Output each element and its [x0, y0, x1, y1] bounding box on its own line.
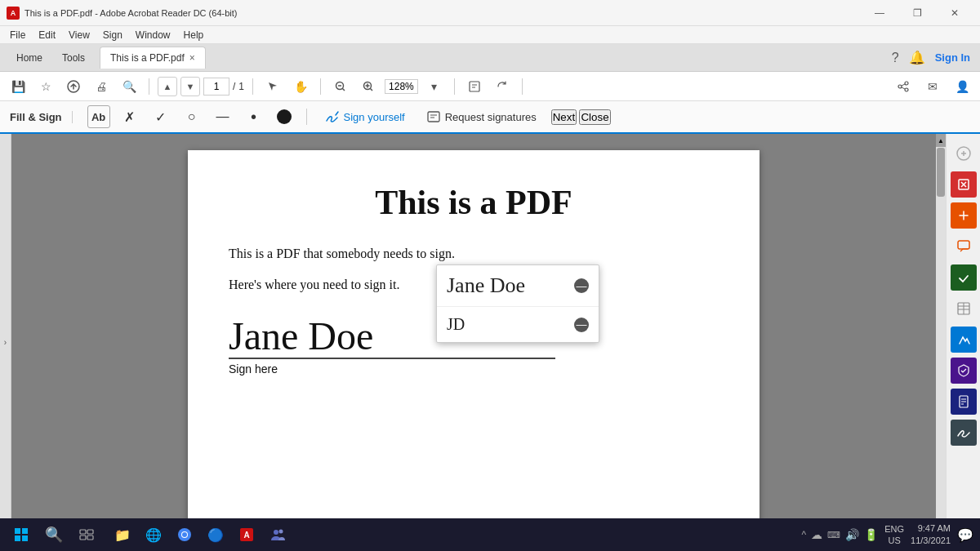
minimize-button[interactable]: — — [861, 0, 898, 26]
menu-item-edit[interactable]: Edit — [32, 28, 62, 42]
left-panel-toggle[interactable]: › — [0, 134, 11, 551]
check-tool-button[interactable]: ✓ — [149, 105, 172, 128]
mail-icon[interactable]: ✉ — [921, 75, 944, 98]
volume-icon[interactable]: 🔊 — [845, 528, 859, 541]
profile-icon[interactable]: 👤 — [951, 75, 973, 98]
pdf-canvas: This is a PDF This is a PDF that somebod… — [11, 134, 936, 551]
dot-tool-button[interactable]: • — [243, 105, 265, 128]
next-button[interactable]: Next — [551, 109, 577, 125]
task-view-button[interactable] — [72, 520, 101, 549]
taskbar-acrobat[interactable]: A — [232, 520, 261, 549]
request-sig-label: Request signatures — [445, 111, 537, 123]
rp-button-green[interactable] — [951, 264, 977, 291]
taskbar-right: ^ ☁ ⌨ 🔊 🔋 ENG US 9:47 AM 11/3/2021 💬 — [802, 522, 973, 548]
menu-item-window[interactable]: Window — [129, 28, 177, 42]
rp-button-red[interactable] — [951, 171, 977, 198]
rp-button-1[interactable] — [951, 140, 977, 167]
page-input[interactable] — [203, 78, 229, 96]
scrollbar: ▲ ▼ — [936, 134, 946, 551]
sig-option-2[interactable]: JD — — [437, 307, 599, 342]
share-icon[interactable] — [892, 75, 915, 98]
taskbar-edge[interactable]: 🔵 — [201, 520, 230, 549]
sep4 — [454, 78, 455, 95]
bookmark-icon[interactable]: ☆ — [34, 75, 57, 98]
clock[interactable]: 9:47 AM 11/3/2021 — [911, 522, 951, 548]
taskbar-browser-edge[interactable]: 🌐 — [139, 520, 168, 549]
home-tab[interactable]: Home — [7, 49, 52, 67]
title-left: A This is a PDF.pdf - Adobe Acrobat Read… — [7, 7, 237, 20]
svg-rect-41 — [87, 535, 93, 540]
sign-yourself-label: Sign yourself — [344, 111, 405, 123]
taskbar-file-explorer[interactable]: 📁 — [108, 520, 137, 549]
pdf-title: This is a PDF — [229, 183, 719, 222]
bell-icon[interactable]: 🔔 — [909, 50, 925, 65]
scrollbar-track[interactable] — [936, 147, 946, 538]
rotate-icon[interactable] — [491, 75, 514, 98]
menu-item-help[interactable]: Help — [177, 28, 211, 42]
sig-option-1[interactable]: Jane Doe — — [437, 265, 599, 307]
zoom-level[interactable]: 128% — [385, 79, 418, 94]
sign-yourself-button[interactable]: Sign yourself — [318, 107, 412, 127]
network-icon[interactable]: ☁ — [811, 528, 822, 541]
menu-item-file[interactable]: File — [3, 28, 32, 42]
cross-tool-button[interactable]: ✗ — [118, 105, 141, 128]
rp-button-orange[interactable] — [951, 202, 977, 229]
sig-text-full: Jane Doe — [447, 273, 525, 298]
text-tool-button[interactable]: Ab — [87, 105, 110, 128]
title-bar: A This is a PDF.pdf - Adobe Acrobat Read… — [0, 0, 980, 26]
rp-button-sign[interactable] — [951, 420, 977, 446]
restore-button[interactable]: ❐ — [898, 0, 936, 26]
sig-remove-1[interactable]: — — [574, 278, 589, 293]
notification-center-icon[interactable]: 💬 — [957, 527, 973, 543]
svg-point-13 — [905, 88, 908, 91]
annotate-icon[interactable] — [463, 75, 486, 98]
select-tool-icon[interactable] — [261, 75, 284, 98]
language-label: ENG — [884, 523, 904, 535]
window-title: This is a PDF.pdf - Adobe Acrobat Reader… — [24, 8, 237, 18]
close-window-button[interactable]: ✕ — [936, 0, 973, 26]
print-icon[interactable]: 🖨 — [90, 75, 113, 98]
upload-icon[interactable] — [62, 75, 85, 98]
scroll-up-button[interactable]: ▲ — [936, 134, 946, 147]
zoom-dropdown-icon[interactable]: ▾ — [423, 75, 446, 98]
zoom-out-icon[interactable] — [329, 75, 352, 98]
rp-button-doc[interactable] — [951, 389, 977, 415]
taskbar-chrome[interactable] — [170, 520, 199, 549]
tools-tab[interactable]: Tools — [52, 49, 95, 67]
line-tool-button[interactable]: — — [212, 105, 234, 128]
save-icon[interactable]: 💾 — [7, 75, 29, 98]
tab-close-button[interactable]: × — [189, 52, 195, 64]
scrollbar-thumb[interactable] — [937, 148, 945, 197]
circle-tool-button[interactable]: ○ — [180, 105, 203, 128]
close-sign-button[interactable]: Close — [579, 109, 610, 125]
rp-button-blue[interactable] — [951, 327, 977, 353]
sig-remove-2[interactable]: — — [574, 318, 589, 332]
menu-item-sign[interactable]: Sign — [96, 28, 129, 42]
find-icon[interactable]: 🔍 — [118, 75, 140, 98]
battery-icon[interactable]: 🔋 — [864, 528, 878, 541]
svg-line-14 — [902, 84, 905, 86]
help-icon[interactable]: ? — [892, 51, 899, 65]
request-signatures-button[interactable]: Request signatures — [420, 107, 543, 127]
sign-in-button[interactable]: Sign In — [935, 51, 970, 64]
hand-tool-icon[interactable]: ✋ — [289, 75, 312, 98]
menu-item-view[interactable]: View — [62, 28, 96, 42]
active-tab[interactable]: This is a PDF.pdf × — [100, 47, 206, 69]
prev-page-button[interactable]: ▲ — [158, 77, 177, 96]
svg-point-11 — [905, 82, 908, 85]
search-taskbar-button[interactable]: 🔍 — [39, 520, 69, 549]
rp-button-table[interactable] — [951, 295, 977, 322]
svg-rect-25 — [958, 241, 969, 249]
svg-rect-35 — [22, 528, 28, 534]
start-button[interactable] — [7, 520, 36, 549]
chevron-up-icon[interactable]: ^ — [802, 529, 807, 540]
rp-button-shield[interactable] — [951, 358, 977, 384]
taskbar-teams[interactable] — [263, 520, 292, 549]
svg-rect-36 — [15, 535, 20, 541]
signature-dropdown: Jane Doe — JD — — [436, 264, 599, 343]
rp-button-comment[interactable] — [951, 233, 977, 260]
keyboard-icon[interactable]: ⌨ — [827, 530, 840, 540]
next-page-button[interactable]: ▼ — [180, 77, 200, 96]
zoom-in-icon[interactable] — [357, 75, 380, 98]
color-picker[interactable] — [277, 109, 292, 124]
